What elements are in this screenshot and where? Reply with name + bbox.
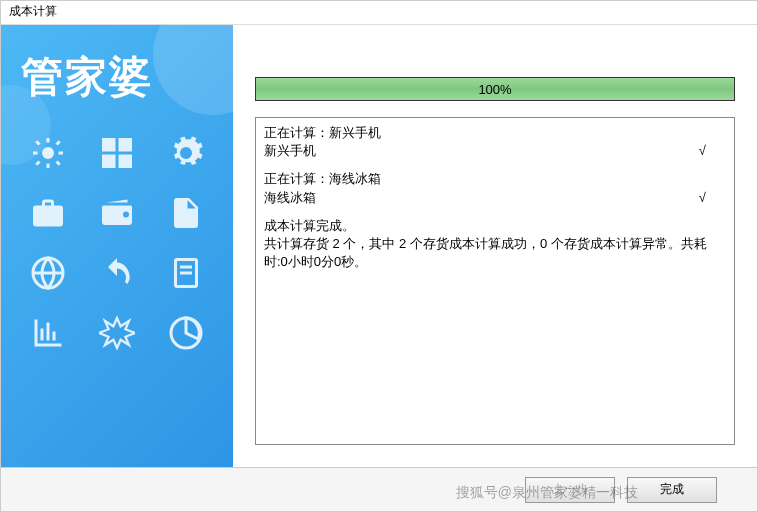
svg-rect-2 (118, 138, 132, 152)
wallet-icon (99, 195, 135, 231)
globe-icon (30, 255, 66, 291)
progress-label: 100% (478, 82, 511, 97)
log-summary: 共计算存货 2 个，其中 2 个存货成本计算成功，0 个存货成本计算异常。共耗时… (264, 235, 726, 271)
log-line: 新兴手机 √ (264, 142, 726, 160)
page2-icon (168, 255, 204, 291)
windows-icon (99, 135, 135, 171)
briefcase-icon (30, 195, 66, 231)
log-line: 海线冰箱 √ (264, 189, 726, 207)
chart-icon (30, 315, 66, 351)
gear-icon (168, 135, 204, 171)
star-icon (99, 315, 135, 351)
svg-rect-3 (102, 155, 116, 169)
main-panel: 100% 正在计算：新兴手机 新兴手机 √ 正在计算：海线冰箱 海线冰箱 √ (233, 25, 757, 467)
svg-rect-1 (102, 138, 116, 152)
svg-point-0 (42, 147, 54, 159)
log-summary: 成本计算完成。 (264, 217, 726, 235)
window-title: 成本计算 (1, 1, 757, 25)
prev-button[interactable]: 上一步 (525, 477, 615, 503)
finish-button[interactable]: 完成 (627, 477, 717, 503)
button-bar: 上一步 完成 (1, 467, 757, 511)
sun-icon (30, 135, 66, 171)
progress-bar: 100% (255, 77, 735, 101)
page-icon (168, 195, 204, 231)
log-line: 正在计算：海线冰箱 (264, 170, 726, 188)
log-output: 正在计算：新兴手机 新兴手机 √ 正在计算：海线冰箱 海线冰箱 √ 成本计算完成… (255, 117, 735, 445)
sidebar: 管家婆 (1, 25, 233, 467)
log-line: 正在计算：新兴手机 (264, 124, 726, 142)
undo-icon (99, 255, 135, 291)
brand-logo: 管家婆 (1, 25, 233, 105)
svg-rect-4 (118, 155, 132, 169)
pie-icon (168, 315, 204, 351)
